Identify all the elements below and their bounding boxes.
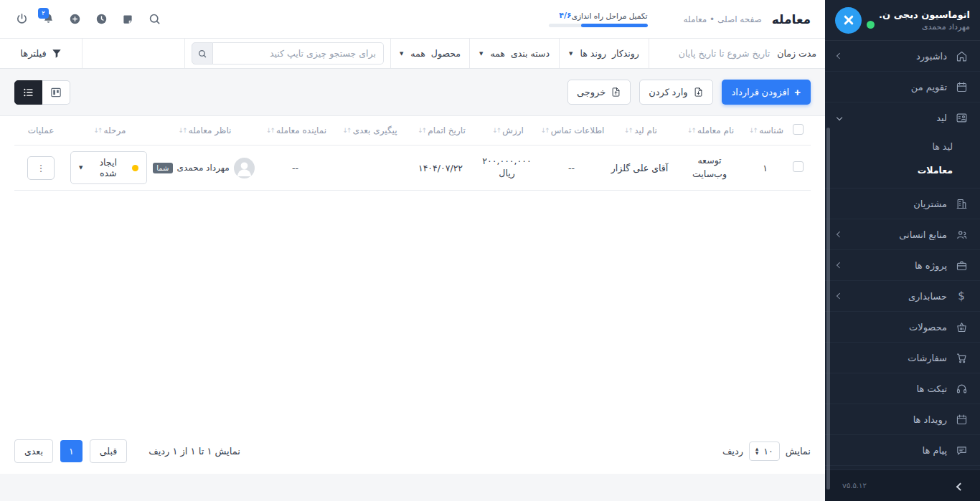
sort-icon[interactable]: ↑↓	[747, 127, 757, 134]
lead-submenu: لید ها معاملات	[825, 133, 980, 189]
sort-icon[interactable]: ↑↓	[341, 127, 351, 134]
deals-table-card: شناسه↑↓ نام معامله↑↓ نام لید↑↓ اطلاعات ت…	[0, 115, 825, 474]
lead-icon	[955, 112, 968, 125]
chevron-left-icon	[837, 294, 842, 298]
dollar-icon: $	[955, 290, 968, 302]
power-icon[interactable]	[14, 12, 29, 27]
file-import-icon	[693, 87, 704, 97]
caret-down-icon: ▼	[79, 165, 83, 171]
kanban-view-button[interactable]	[42, 80, 70, 105]
workspace-logo	[835, 7, 862, 34]
sidebar-item-products[interactable]: محصولات	[825, 312, 980, 343]
sort-icon[interactable]: ↑↓	[415, 127, 425, 134]
lead-name-cell: آقای علی گلزار	[606, 145, 674, 191]
toolbar-actions: + افزودن قرارداد وارد کردن خروجی	[567, 80, 811, 105]
sidebar-item-accounting[interactable]: $ حسابداری	[825, 281, 980, 312]
per-page-select[interactable]: ۱۰ ▲▼	[749, 442, 780, 461]
sort-icon[interactable]: ↑↓	[685, 127, 695, 134]
online-status-dot	[867, 21, 875, 29]
sidebar-item-messages[interactable]: پیام ها	[825, 435, 980, 466]
list-view-button[interactable]	[14, 80, 42, 105]
page-controls: نمایش ۱ تا ۱ از ۱ ردیف قبلی ۱ بعدی	[14, 439, 240, 463]
sidebar-item-leads[interactable]: لید ها	[825, 135, 980, 158]
current-page-button[interactable]: ۱	[60, 440, 83, 462]
sidebar-item-customers[interactable]: مشتریان	[825, 189, 980, 219]
contact-info-cell: --	[537, 145, 606, 191]
building-icon	[955, 197, 968, 210]
date-range-filter[interactable]: مدت زمان تاریخ شروع تا تاریخ پایان	[649, 39, 825, 68]
setup-progress-bar	[549, 24, 648, 27]
workflow-filter-dropdown[interactable]: روندکار روند ها ▼	[560, 39, 649, 68]
workspace-info: اتوماسیون دیجی ن... مهرداد محمدی	[879, 9, 970, 32]
cart-icon	[955, 351, 968, 364]
sidebar-item-projects[interactable]: پروژه ها	[825, 250, 980, 281]
stage-cell: ایجاد شده ▼	[67, 145, 150, 191]
sort-icon[interactable]: ↑↓	[622, 127, 632, 134]
sort-icon[interactable]: ↑↓	[92, 127, 102, 134]
export-button[interactable]: خروجی	[567, 80, 631, 105]
sidebar-item-deals[interactable]: معاملات	[825, 158, 980, 182]
date-range-placeholder: تاریخ شروع تا تاریخ پایان	[679, 48, 771, 59]
select-all-checkbox[interactable]	[793, 124, 804, 135]
import-button[interactable]: وارد کردن	[639, 80, 712, 105]
view-toggle	[14, 80, 70, 105]
basket-icon	[955, 320, 968, 333]
chevron-left-icon	[837, 232, 842, 237]
setup-progress-label: تکمیل مراحل راه اندازی	[572, 11, 648, 20]
row-actions-button[interactable]: ⋮	[27, 156, 55, 180]
stage-status-dot	[132, 165, 138, 171]
navbar-icons: ۲	[14, 12, 161, 27]
sort-icon[interactable]: ↑↓	[176, 127, 187, 134]
note-icon[interactable]	[121, 12, 135, 27]
category-filter-dropdown[interactable]: دسته بندی همه ▼	[470, 39, 560, 68]
stage-dropdown[interactable]: ایجاد شده ▼	[70, 151, 147, 184]
filters-button[interactable]: فیلترها	[0, 39, 83, 68]
observer-cell: مهرداد محمدی شما	[150, 145, 258, 191]
caret-down-icon: ▼	[479, 51, 483, 57]
prev-page-button[interactable]: قبلی	[90, 439, 127, 463]
workspace-title: اتوماسیون دیجی ن...	[879, 9, 970, 20]
next-followup-cell	[333, 145, 405, 191]
row-checkbox[interactable]	[793, 161, 804, 172]
sidebar-item-lead[interactable]: لید	[825, 102, 980, 133]
operations-cell: ⋮	[14, 145, 67, 191]
chevron-left-icon	[837, 263, 842, 267]
search-submit-button[interactable]	[192, 42, 213, 65]
page-heading-group: معامله صفحه اصلی • معامله تکمیل مراحل را…	[549, 11, 811, 27]
sidebar-item-dashboard[interactable]: داشبورد	[825, 41, 980, 72]
search-filter-cell	[185, 39, 391, 68]
table-row: ۱ توسعه وب‌سایت آقای علی گلزار -- ۲۰۰,۰۰…	[14, 145, 811, 191]
collapse-sidebar-button[interactable]	[957, 479, 963, 492]
add-contract-button[interactable]: + افزودن قرارداد	[722, 80, 811, 105]
search-input[interactable]	[213, 42, 384, 65]
quick-add-icon[interactable]	[67, 12, 82, 27]
setup-progress-widget[interactable]: تکمیل مراحل راه اندازی ۴/۶	[549, 11, 648, 27]
workspace-card[interactable]: اتوماسیون دیجی ن... مهرداد محمدی	[825, 0, 980, 41]
file-export-icon	[611, 87, 621, 97]
sidebar-item-orders[interactable]: سفارشات	[825, 343, 980, 373]
sort-icon[interactable]: ↑↓	[264, 127, 274, 134]
search-icon[interactable]	[147, 12, 161, 27]
pagination-info: نمایش ۱ تا ۱ از ۱ ردیف	[149, 446, 240, 457]
next-page-button[interactable]: بعدی	[14, 439, 53, 463]
product-filter-dropdown[interactable]: محصول همه ▼	[391, 39, 470, 68]
sidebar-item-tickets[interactable]: تیکت ها	[825, 373, 980, 404]
content-area: + افزودن قرارداد وارد کردن خروجی	[0, 69, 825, 501]
sidebar-item-hr[interactable]: منابع انسانی	[825, 219, 980, 250]
clock-icon[interactable]	[94, 12, 108, 27]
deal-id-cell: ۱	[745, 145, 785, 191]
sort-icon[interactable]: ↑↓	[539, 127, 549, 134]
plus-icon: +	[794, 87, 801, 97]
chevron-left-icon	[837, 54, 842, 58]
chevron-down-icon	[837, 115, 842, 120]
sidebar-item-my-calendar[interactable]: تقویم من	[825, 72, 980, 102]
notifications-bell-icon[interactable]: ۲	[41, 12, 55, 27]
breadcrumb: صفحه اصلی • معامله	[684, 14, 762, 24]
end-date-cell: ۱۴۰۴/۰۷/۲۲	[405, 145, 476, 191]
sort-icon[interactable]: ↑↓	[490, 127, 500, 134]
funnel-icon	[52, 49, 62, 59]
app-version: v۵.۵.۱۲	[842, 482, 867, 490]
sidebar-scrollbar[interactable]	[826, 128, 830, 490]
sidebar-item-events[interactable]: رویداد ها	[825, 404, 980, 435]
main-area: معامله صفحه اصلی • معامله تکمیل مراحل را…	[0, 0, 825, 501]
